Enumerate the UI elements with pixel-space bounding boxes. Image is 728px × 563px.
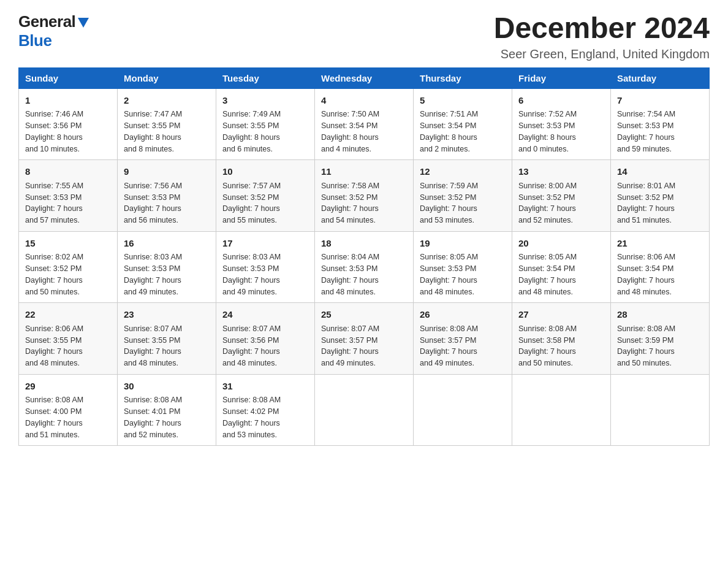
week-row-1: 1Sunrise: 7:46 AM Sunset: 3:56 PM Daylig… (19, 88, 710, 160)
day-number: 30 (124, 380, 210, 394)
day-cell: 29Sunrise: 8:08 AM Sunset: 4:00 PM Dayli… (19, 374, 118, 446)
day-number: 23 (124, 308, 210, 322)
location-subtitle: Seer Green, England, United Kingdom (494, 47, 710, 61)
day-info: Sunrise: 8:07 AM Sunset: 3:55 PM Dayligh… (124, 323, 210, 369)
day-info: Sunrise: 7:54 AM Sunset: 3:53 PM Dayligh… (617, 109, 703, 155)
day-cell: 1Sunrise: 7:46 AM Sunset: 3:56 PM Daylig… (19, 88, 118, 160)
day-cell: 26Sunrise: 8:08 AM Sunset: 3:57 PM Dayli… (414, 303, 512, 375)
day-number: 13 (518, 165, 604, 179)
day-cell: 16Sunrise: 8:03 AM Sunset: 3:53 PM Dayli… (118, 231, 216, 303)
day-cell: 3Sunrise: 7:49 AM Sunset: 3:55 PM Daylig… (216, 88, 315, 160)
day-number: 3 (222, 94, 308, 108)
day-info: Sunrise: 7:52 AM Sunset: 3:53 PM Dayligh… (518, 109, 604, 155)
day-number: 31 (222, 380, 308, 394)
day-number: 29 (25, 380, 111, 394)
col-header-wednesday: Wednesday (315, 67, 414, 88)
calendar-header-row: SundayMondayTuesdayWednesdayThursdayFrid… (19, 67, 710, 88)
day-number: 6 (518, 94, 604, 108)
logo-blue: Blue (18, 31, 51, 50)
day-number: 1 (25, 94, 111, 108)
day-info: Sunrise: 8:08 AM Sunset: 4:02 PM Dayligh… (222, 394, 308, 440)
day-info: Sunrise: 7:55 AM Sunset: 3:53 PM Dayligh… (25, 180, 111, 226)
day-number: 27 (518, 308, 604, 322)
col-header-friday: Friday (512, 67, 611, 88)
day-info: Sunrise: 8:04 AM Sunset: 3:53 PM Dayligh… (321, 251, 407, 297)
month-title: December 2024 (494, 12, 710, 45)
day-cell: 18Sunrise: 8:04 AM Sunset: 3:53 PM Dayli… (315, 231, 414, 303)
day-number: 20 (518, 237, 604, 251)
day-cell (315, 374, 414, 446)
day-cell: 17Sunrise: 8:03 AM Sunset: 3:53 PM Dayli… (216, 231, 315, 303)
day-info: Sunrise: 8:00 AM Sunset: 3:52 PM Dayligh… (518, 180, 604, 226)
day-info: Sunrise: 7:57 AM Sunset: 3:52 PM Dayligh… (222, 180, 308, 226)
day-number: 4 (321, 94, 407, 108)
svg-marker-0 (78, 18, 89, 28)
logo: General Blue (18, 12, 89, 50)
day-number: 2 (124, 94, 210, 108)
week-row-3: 15Sunrise: 8:02 AM Sunset: 3:52 PM Dayli… (19, 231, 710, 303)
day-number: 17 (222, 237, 308, 251)
day-cell: 11Sunrise: 7:58 AM Sunset: 3:52 PM Dayli… (315, 160, 414, 232)
day-cell: 27Sunrise: 8:08 AM Sunset: 3:58 PM Dayli… (512, 303, 611, 375)
day-info: Sunrise: 8:06 AM Sunset: 3:55 PM Dayligh… (25, 323, 111, 369)
day-info: Sunrise: 8:03 AM Sunset: 3:53 PM Dayligh… (124, 251, 210, 297)
day-info: Sunrise: 8:03 AM Sunset: 3:53 PM Dayligh… (222, 251, 308, 297)
day-info: Sunrise: 8:08 AM Sunset: 3:59 PM Dayligh… (617, 323, 703, 369)
col-header-tuesday: Tuesday (216, 67, 315, 88)
week-row-2: 8Sunrise: 7:55 AM Sunset: 3:53 PM Daylig… (19, 160, 710, 232)
day-cell (414, 374, 512, 446)
day-cell: 23Sunrise: 8:07 AM Sunset: 3:55 PM Dayli… (118, 303, 216, 375)
day-number: 12 (420, 165, 506, 179)
day-info: Sunrise: 8:01 AM Sunset: 3:52 PM Dayligh… (617, 180, 703, 226)
day-number: 8 (25, 165, 111, 179)
day-number: 15 (25, 237, 111, 251)
day-number: 28 (617, 308, 703, 322)
day-cell: 8Sunrise: 7:55 AM Sunset: 3:53 PM Daylig… (19, 160, 118, 232)
day-info: Sunrise: 8:06 AM Sunset: 3:54 PM Dayligh… (617, 251, 703, 297)
week-row-4: 22Sunrise: 8:06 AM Sunset: 3:55 PM Dayli… (19, 303, 710, 375)
week-row-5: 29Sunrise: 8:08 AM Sunset: 4:00 PM Dayli… (19, 374, 710, 446)
day-info: Sunrise: 8:08 AM Sunset: 4:01 PM Dayligh… (124, 394, 210, 440)
day-number: 7 (617, 94, 703, 108)
col-header-sunday: Sunday (19, 67, 118, 88)
day-number: 5 (420, 94, 506, 108)
day-number: 16 (124, 237, 210, 251)
col-header-monday: Monday (118, 67, 216, 88)
logo-arrow-icon (78, 18, 89, 30)
day-info: Sunrise: 7:51 AM Sunset: 3:54 PM Dayligh… (420, 109, 506, 155)
day-info: Sunrise: 8:08 AM Sunset: 3:57 PM Dayligh… (420, 323, 506, 369)
col-header-saturday: Saturday (611, 67, 710, 88)
day-cell: 15Sunrise: 8:02 AM Sunset: 3:52 PM Dayli… (19, 231, 118, 303)
day-cell: 2Sunrise: 7:47 AM Sunset: 3:55 PM Daylig… (118, 88, 216, 160)
day-number: 25 (321, 308, 407, 322)
day-cell: 31Sunrise: 8:08 AM Sunset: 4:02 PM Dayli… (216, 374, 315, 446)
day-cell: 4Sunrise: 7:50 AM Sunset: 3:54 PM Daylig… (315, 88, 414, 160)
logo-general: General (18, 12, 75, 31)
day-number: 18 (321, 237, 407, 251)
day-number: 24 (222, 308, 308, 322)
day-number: 19 (420, 237, 506, 251)
day-info: Sunrise: 7:49 AM Sunset: 3:55 PM Dayligh… (222, 109, 308, 155)
day-number: 10 (222, 165, 308, 179)
col-header-thursday: Thursday (414, 67, 512, 88)
calendar-table: SundayMondayTuesdayWednesdayThursdayFrid… (18, 67, 710, 446)
day-cell: 9Sunrise: 7:56 AM Sunset: 3:53 PM Daylig… (118, 160, 216, 232)
day-cell (512, 374, 611, 446)
day-number: 26 (420, 308, 506, 322)
day-cell: 20Sunrise: 8:05 AM Sunset: 3:54 PM Dayli… (512, 231, 611, 303)
title-block: December 2024 Seer Green, England, Unite… (494, 12, 710, 61)
day-cell: 12Sunrise: 7:59 AM Sunset: 3:52 PM Dayli… (414, 160, 512, 232)
day-cell: 22Sunrise: 8:06 AM Sunset: 3:55 PM Dayli… (19, 303, 118, 375)
day-cell: 10Sunrise: 7:57 AM Sunset: 3:52 PM Dayli… (216, 160, 315, 232)
day-info: Sunrise: 7:56 AM Sunset: 3:53 PM Dayligh… (124, 180, 210, 226)
day-info: Sunrise: 8:08 AM Sunset: 4:00 PM Dayligh… (25, 394, 111, 440)
day-info: Sunrise: 7:59 AM Sunset: 3:52 PM Dayligh… (420, 180, 506, 226)
day-number: 9 (124, 165, 210, 179)
day-cell: 21Sunrise: 8:06 AM Sunset: 3:54 PM Dayli… (611, 231, 710, 303)
page-header: General Blue December 2024 Seer Green, E… (18, 12, 710, 61)
day-cell: 25Sunrise: 8:07 AM Sunset: 3:57 PM Dayli… (315, 303, 414, 375)
day-number: 21 (617, 237, 703, 251)
day-cell: 19Sunrise: 8:05 AM Sunset: 3:53 PM Dayli… (414, 231, 512, 303)
day-info: Sunrise: 8:07 AM Sunset: 3:56 PM Dayligh… (222, 323, 308, 369)
day-number: 22 (25, 308, 111, 322)
